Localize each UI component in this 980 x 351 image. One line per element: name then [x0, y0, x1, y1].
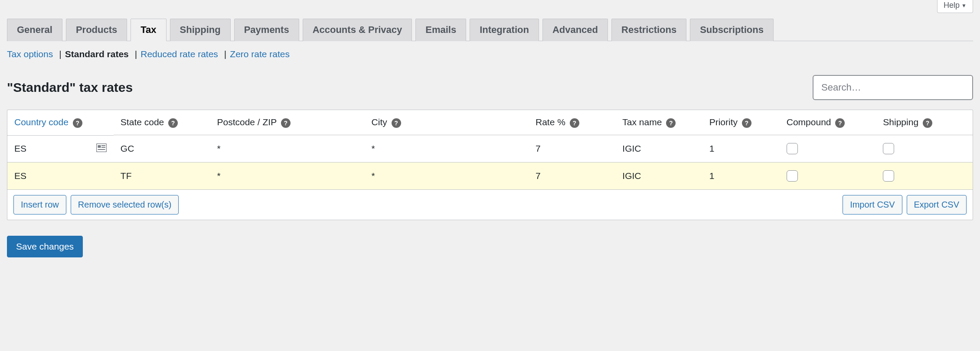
help-icon[interactable]: ? — [923, 118, 932, 128]
column-header-compound: Compound ? — [780, 110, 876, 135]
column-header-label: Rate % — [536, 117, 565, 127]
cell-priority-value: 1 — [709, 143, 715, 153]
tab-general[interactable]: General — [7, 19, 62, 41]
cell-city[interactable]: * — [365, 135, 529, 162]
cell-tax-name-value: IGIC — [622, 171, 641, 181]
save-changes-button[interactable]: Save changes — [7, 236, 83, 257]
help-icon[interactable]: ? — [570, 118, 579, 128]
cell-postcode[interactable]: * — [210, 135, 364, 162]
column-header-priority: Priority ? — [702, 110, 780, 135]
cell-compound — [780, 135, 876, 162]
svg-rect-4 — [98, 149, 105, 150]
chevron-down-icon: ▼ — [961, 3, 967, 9]
table-row[interactable]: ESGC**7IGIC1 — [7, 135, 973, 162]
sub-tab-tax-options[interactable]: Tax options — [7, 49, 56, 59]
sub-tab-standard-rates[interactable]: Standard rates — [65, 49, 131, 59]
svg-rect-2 — [101, 145, 105, 146]
tab-integration[interactable]: Integration — [470, 19, 539, 41]
column-header-state-code: State code ? — [114, 110, 210, 135]
cell-postcode-value: * — [217, 171, 220, 181]
tab-subscriptions[interactable]: Subscriptions — [690, 19, 774, 41]
table-row[interactable]: ESTF**7IGIC1 — [7, 162, 973, 190]
cell-country-code-value: ES — [14, 143, 26, 154]
cell-compound — [780, 162, 876, 190]
help-icon[interactable]: ? — [835, 118, 845, 128]
column-header-tax-name: Tax name ? — [615, 110, 702, 135]
help-icon[interactable]: ? — [281, 118, 291, 128]
cell-country-code-value: ES — [14, 171, 26, 181]
card-icon — [96, 143, 107, 154]
cell-rate[interactable]: 7 — [529, 162, 615, 190]
cell-shipping — [876, 135, 973, 162]
sub-tab-separator: | — [131, 49, 140, 59]
cell-postcode-value: * — [217, 143, 220, 153]
sub-tab-reduced-rate-rates[interactable]: Reduced rate rates — [140, 49, 221, 59]
help-tab[interactable]: Help ▼ — [937, 0, 973, 13]
svg-rect-1 — [98, 145, 101, 148]
cell-compound-checkbox[interactable] — [787, 143, 798, 154]
cell-tax-name[interactable]: IGIC — [615, 162, 702, 190]
column-header-postcode-zip: Postcode / ZIP ? — [210, 110, 364, 135]
help-icon[interactable]: ? — [742, 118, 751, 128]
column-header-country-code[interactable]: Country code ? — [7, 110, 114, 135]
cell-country-code[interactable]: ES — [7, 135, 114, 162]
cell-state-code[interactable]: TF — [114, 162, 210, 190]
import-csv-button[interactable]: Import CSV — [843, 195, 902, 214]
cell-city[interactable]: * — [365, 162, 529, 190]
tab-accounts-privacy[interactable]: Accounts & Privacy — [303, 19, 412, 41]
column-header-label: Country code — [14, 117, 69, 127]
cell-tax-name-value: IGIC — [622, 143, 641, 153]
tab-restrictions[interactable]: Restrictions — [611, 19, 686, 41]
sub-tab-separator: | — [56, 49, 65, 59]
cell-priority-value: 1 — [709, 171, 715, 181]
settings-tabs: GeneralProductsTaxShippingPaymentsAccoun… — [7, 18, 973, 41]
column-header-label: Priority — [709, 117, 738, 127]
cell-state-code[interactable]: GC — [114, 135, 210, 162]
tab-advanced[interactable]: Advanced — [542, 19, 608, 41]
cell-rate-value: 7 — [536, 171, 541, 181]
page-title: "Standard" tax rates — [7, 80, 133, 95]
tax-sub-tabs: Tax options|Standard rates|Reduced rate … — [7, 49, 973, 59]
sub-tab-separator: | — [221, 49, 230, 59]
tab-products[interactable]: Products — [66, 19, 127, 41]
cell-shipping-checkbox[interactable] — [883, 143, 894, 154]
column-header-label: State code — [121, 117, 164, 127]
cell-rate-value: 7 — [536, 143, 541, 153]
column-header-label: City — [372, 117, 387, 127]
help-icon[interactable]: ? — [392, 118, 401, 128]
tab-emails[interactable]: Emails — [415, 19, 466, 41]
export-csv-button[interactable]: Export CSV — [907, 195, 967, 214]
column-header-shipping: Shipping ? — [876, 110, 973, 135]
help-icon[interactable]: ? — [168, 118, 178, 128]
cell-city-value: * — [372, 171, 375, 181]
tab-tax[interactable]: Tax — [131, 19, 166, 41]
column-header-city: City ? — [365, 110, 529, 135]
sub-tab-zero-rate-rates[interactable]: Zero rate rates — [230, 49, 292, 59]
column-header-label: Compound — [787, 117, 831, 127]
svg-rect-3 — [101, 147, 105, 148]
insert-row-button[interactable]: Insert row — [13, 195, 66, 214]
cell-priority[interactable]: 1 — [702, 162, 780, 190]
cell-country-code[interactable]: ES — [7, 162, 114, 190]
cell-priority[interactable]: 1 — [702, 135, 780, 162]
cell-city-value: * — [372, 143, 375, 153]
column-header-label: Tax name — [622, 117, 662, 127]
cell-shipping-checkbox[interactable] — [883, 170, 894, 182]
column-header-label: Shipping — [883, 117, 918, 127]
column-header-rate-: Rate % ? — [529, 110, 615, 135]
search-input[interactable] — [813, 75, 973, 100]
cell-postcode[interactable]: * — [210, 162, 364, 190]
column-header-label: Postcode / ZIP — [217, 117, 276, 127]
cell-compound-checkbox[interactable] — [787, 170, 798, 182]
cell-state-code-value: TF — [121, 171, 132, 181]
tab-payments[interactable]: Payments — [234, 19, 299, 41]
tab-shipping[interactable]: Shipping — [170, 19, 231, 41]
cell-shipping — [876, 162, 973, 190]
help-icon[interactable]: ? — [73, 118, 82, 128]
cell-rate[interactable]: 7 — [529, 135, 615, 162]
tax-rates-table: Country code ?State code ?Postcode / ZIP… — [7, 110, 973, 220]
help-icon[interactable]: ? — [666, 118, 676, 128]
cell-tax-name[interactable]: IGIC — [615, 135, 702, 162]
remove-selected-rows-button[interactable]: Remove selected row(s) — [71, 195, 179, 214]
cell-state-code-value: GC — [121, 143, 134, 153]
